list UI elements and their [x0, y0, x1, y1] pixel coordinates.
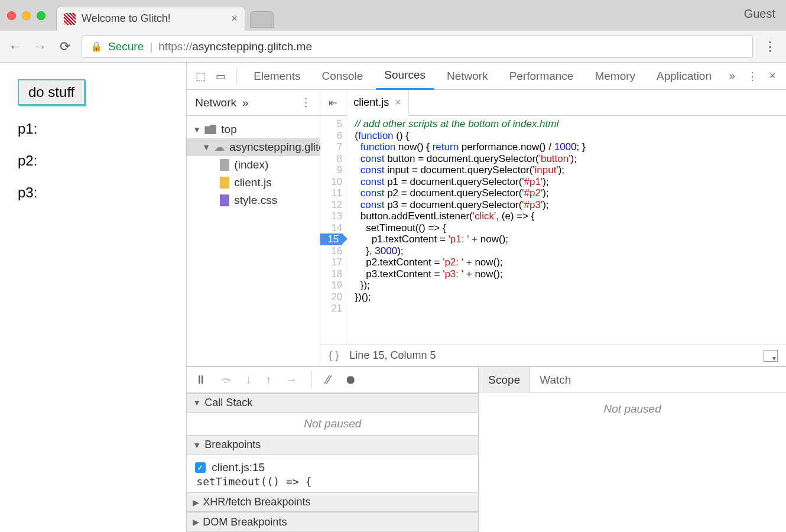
step-icon[interactable]: → [285, 373, 297, 387]
browser-tab[interactable]: Welcome to Glitch! × [56, 6, 245, 31]
breakpoint-location: client.js:15 [212, 461, 265, 474]
file-icon [220, 177, 229, 189]
reload-button[interactable]: ⟳ [57, 38, 73, 55]
navigator-tab-network[interactable]: Network [195, 96, 236, 109]
checkbox-icon[interactable]: ✓ [195, 462, 206, 473]
format-icon[interactable]: { } [329, 349, 339, 362]
minimize-window-icon[interactable] [22, 11, 31, 20]
tab-title: Welcome to Glitch! [82, 12, 171, 25]
file-icon [220, 159, 229, 171]
tab-scope[interactable]: Scope [479, 367, 530, 393]
browser-menu-icon[interactable]: ⋮ [761, 39, 779, 54]
file-tree: ▼top ▼☁asyncstepping.glitc (index) clien… [187, 116, 320, 214]
profile-label[interactable]: Guest [744, 7, 775, 21]
navigator-menu-icon[interactable]: ⋮ [300, 96, 311, 109]
window-controls [7, 11, 46, 20]
callstack-body: Not paused [187, 413, 478, 435]
toggle-navigator-icon[interactable]: ⇤ [320, 90, 346, 115]
back-button[interactable]: ← [7, 38, 24, 55]
file-tab-clientjs[interactable]: client.js × [346, 90, 409, 116]
p3-label: p3: [18, 184, 168, 201]
scope-body: Not paused [479, 393, 786, 532]
tab-network[interactable]: Network [439, 63, 496, 90]
editor-tabs: ⇤ client.js × [320, 90, 786, 116]
gutter[interactable]: 56789101112131415161718192021 [320, 116, 346, 345]
debugger-right: Scope Watch Not paused [479, 367, 786, 532]
close-tab-icon[interactable]: × [231, 12, 238, 25]
cloud-icon: ☁ [214, 141, 225, 154]
tab-console[interactable]: Console [314, 63, 372, 90]
debugger-pane: ⏸ ⤼ ↓ ↑ → ⁄⁄ ⏺ ▼Call Stack Not paused ▼B… [187, 366, 786, 532]
titlebar: Welcome to Glitch! × Guest [0, 0, 786, 31]
device-toggle-icon[interactable]: ▭ [213, 70, 228, 83]
breakpoint-row[interactable]: ✓ client.js:15 [195, 460, 470, 475]
editor-pane: ⇤ client.js × 56789101112131415161718192… [320, 90, 786, 366]
tree-file-index[interactable]: (index) [187, 156, 320, 174]
tab-watch[interactable]: Watch [530, 367, 580, 393]
code-content: // add other scripts at the bottom of in… [346, 116, 786, 345]
pause-icon[interactable]: ⏸ [195, 373, 207, 387]
xhr-breakpoints-header[interactable]: ▶XHR/fetch Breakpoints [187, 492, 478, 512]
tree-top[interactable]: ▼top [187, 121, 320, 138]
url-host: asyncstepping.glitch.me [192, 40, 312, 53]
url-scheme: https:// [158, 40, 192, 53]
browser-toolbar: ← → ⟳ 🔒 Secure | https://asyncstepping.g… [0, 31, 786, 63]
tab-application[interactable]: Application [648, 63, 720, 90]
code-editor[interactable]: 56789101112131415161718192021 // add oth… [320, 116, 786, 345]
callstack-header[interactable]: ▼Call Stack [187, 393, 478, 413]
breakpoints-header[interactable]: ▼Breakpoints [187, 435, 478, 455]
navigator-more-icon[interactable]: » [242, 96, 249, 109]
tab-performance[interactable]: Performance [501, 63, 582, 90]
pause-exceptions-icon[interactable]: ⏺ [345, 373, 356, 387]
address-bar[interactable]: 🔒 Secure | https://asyncstepping.glitch.… [82, 35, 753, 58]
navigator-header: Network » ⋮ [187, 90, 320, 116]
breakpoints-body: ✓ client.js:15 setTimeout(() => { [187, 455, 478, 492]
scope-watch-tabs: Scope Watch [479, 367, 786, 393]
devtools: ⬚ ▭ Elements Console Sources Network Per… [187, 63, 786, 532]
secure-label: Secure [108, 40, 144, 53]
main-split: do stuff p1: p2: p3: ⬚ ▭ Elements Consol… [0, 63, 786, 532]
do-stuff-button[interactable]: do stuff [18, 79, 85, 105]
cursor-position: Line 15, Column 5 [349, 349, 436, 362]
p2-label: p2: [18, 153, 168, 169]
tree-host[interactable]: ▼☁asyncstepping.glitc [187, 138, 320, 156]
close-file-tab-icon[interactable]: × [395, 96, 401, 109]
dom-breakpoints-header[interactable]: ▶DOM Breakpoints [187, 512, 478, 532]
url-separator: | [150, 40, 152, 53]
p1-label: p1: [18, 121, 168, 137]
inspect-icon[interactable]: ⬚ [193, 70, 208, 83]
devtools-tabbar: ⬚ ▭ Elements Console Sources Network Per… [187, 63, 786, 90]
forward-button[interactable]: → [32, 38, 48, 55]
folder-icon [204, 125, 216, 134]
debugger-toolbar: ⏸ ⤼ ↓ ↑ → ⁄⁄ ⏺ [187, 367, 478, 393]
deactivate-breakpoints-icon[interactable]: ⁄⁄ [326, 373, 330, 387]
step-out-icon[interactable]: ↑ [265, 373, 271, 387]
debugger-left: ⏸ ⤼ ↓ ↑ → ⁄⁄ ⏺ ▼Call Stack Not paused ▼B… [187, 367, 479, 532]
tab-elements[interactable]: Elements [245, 63, 308, 90]
file-icon [220, 194, 229, 206]
page-content: do stuff p1: p2: p3: [0, 63, 187, 532]
devtools-close-icon[interactable]: × [765, 70, 780, 82]
breakpoint-code: setTimeout(() => { [195, 475, 470, 488]
tree-file-clientjs[interactable]: client.js [187, 174, 320, 192]
new-tab-button[interactable] [250, 11, 274, 28]
close-window-icon[interactable] [7, 11, 16, 20]
navigator-pane: Network » ⋮ ▼top ▼☁asyncstepping.glitc (… [187, 90, 320, 366]
lock-icon: 🔒 [90, 41, 102, 52]
maximize-window-icon[interactable] [37, 11, 46, 20]
favicon-icon [64, 13, 76, 25]
status-dropdown-icon[interactable] [764, 350, 778, 362]
step-into-icon[interactable]: ↓ [245, 373, 251, 387]
editor-status-bar: { } Line 15, Column 5 [320, 345, 786, 366]
more-tabs-icon[interactable]: » [725, 70, 740, 82]
step-over-icon[interactable]: ⤼ [221, 372, 231, 387]
tab-memory[interactable]: Memory [586, 63, 644, 90]
tree-file-stylecss[interactable]: style.css [187, 192, 320, 209]
devtools-menu-icon[interactable]: ⋮ [745, 70, 760, 83]
tab-sources[interactable]: Sources [376, 63, 434, 90]
